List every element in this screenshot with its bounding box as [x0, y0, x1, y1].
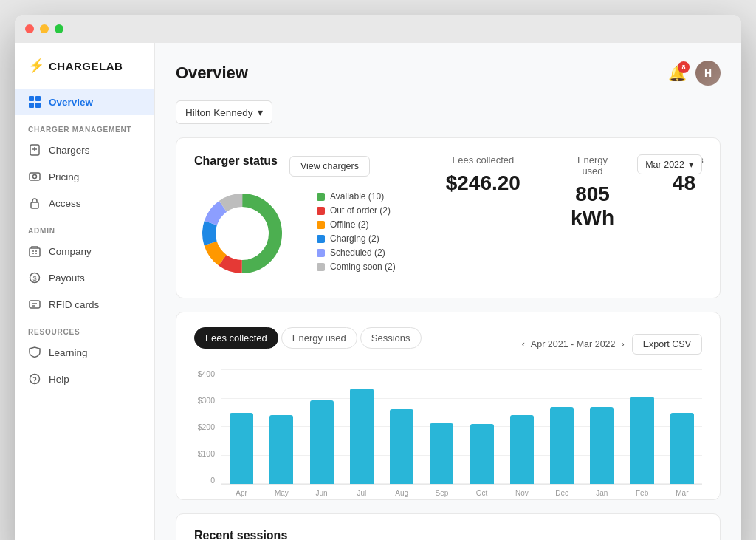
bar-label: Apr [236, 489, 247, 497]
chart-header: Fees collected Energy used Sessions ‹ Ap… [194, 327, 702, 360]
learning-icon [28, 346, 41, 359]
bar [390, 409, 413, 484]
export-csv-button[interactable]: Export CSV [632, 334, 702, 355]
date-range-label: Apr 2021 - Mar 2022 [531, 339, 616, 349]
comingsoon-color [317, 263, 325, 271]
main-content: Overview 🔔 8 H Hilton Kennedy ▾ [155, 43, 741, 540]
notification-button[interactable]: 🔔 8 [668, 64, 687, 82]
available-color [317, 193, 325, 201]
tab-fees-collected[interactable]: Fees collected [194, 327, 278, 349]
sidebar-item-learning[interactable]: Learning [15, 339, 154, 366]
stat-fees: Fees collected $246.20 [446, 154, 520, 195]
bar-group: Apr [221, 369, 261, 484]
y-300: $300 [194, 396, 215, 405]
charger-management-label: CHARGER MANAGEMENT [15, 115, 154, 137]
bar-label: Jan [596, 489, 608, 497]
y-100: $100 [194, 449, 215, 458]
minimize-dot[interactable] [40, 24, 49, 33]
sidebar-item-pricing[interactable]: Pricing [15, 163, 154, 190]
charger-date-filter-label: Mar 2022 [645, 160, 684, 170]
svg-point-20 [30, 375, 40, 384]
app-container: ⚡ CHARGELAB Overview CHARGER MANAGEMENT [15, 43, 741, 540]
bar-label: Aug [395, 489, 408, 497]
legend-item-scheduled: Scheduled (2) [317, 247, 396, 258]
sidebar-item-payouts[interactable]: $ Payouts [15, 264, 154, 291]
bar-label: Feb [636, 489, 648, 497]
charger-date-filter[interactable]: Mar 2022 ▾ [637, 154, 702, 174]
bar [670, 413, 694, 484]
maximize-dot[interactable] [55, 24, 63, 33]
company-label: Company [49, 246, 92, 257]
bar [630, 397, 654, 484]
bar-label: Jul [357, 489, 366, 497]
legend-available-label: Available (10) [330, 191, 384, 202]
sidebar-item-rfid[interactable]: RFID cards [15, 291, 154, 318]
bar-group: Feb [622, 369, 662, 484]
company-icon [28, 245, 41, 258]
tab-sessions[interactable]: Sessions [360, 327, 422, 349]
legend-item-outoforder: Out of order (2) [317, 205, 396, 216]
sidebar-item-chargers[interactable]: Chargers [15, 137, 154, 163]
svg-rect-9 [31, 202, 38, 208]
bar-label: Jun [316, 489, 328, 497]
bar [590, 407, 614, 484]
bar [310, 400, 334, 484]
svg-point-28 [218, 209, 267, 258]
y-200: $200 [194, 423, 215, 431]
chart-card: Fees collected Energy used Sessions ‹ Ap… [176, 312, 721, 500]
avatar[interactable]: H [695, 61, 721, 86]
bar-group: Oct [462, 369, 502, 484]
charger-status-header: Charger status View chargers [194, 154, 396, 178]
svg-rect-17 [30, 301, 40, 308]
tab-energy-used[interactable]: Energy used [281, 327, 357, 349]
energy-value: 805 kWh [571, 182, 614, 230]
charger-status-card: Charger status View chargers [176, 137, 721, 298]
stat-energy: Energy used 805 kWh [571, 154, 614, 230]
bar-group: May [261, 369, 301, 484]
chargers-icon [28, 143, 41, 157]
bar-label: May [275, 489, 289, 497]
bar-label: Oct [476, 489, 488, 497]
legend-scheduled-label: Scheduled (2) [330, 247, 385, 258]
sidebar-item-access[interactable]: Access [15, 190, 154, 216]
view-chargers-button[interactable]: View chargers [289, 156, 370, 177]
svg-rect-2 [29, 103, 34, 108]
svg-point-8 [33, 175, 37, 179]
payouts-label: Payouts [49, 273, 85, 284]
energy-label: Energy used [571, 154, 614, 177]
titlebar [15, 15, 741, 43]
donut-chart [194, 185, 290, 281]
fees-label: Fees collected [452, 154, 514, 165]
bar-group: Mar [662, 369, 702, 484]
page-title: Overview [176, 64, 248, 83]
prev-period-icon[interactable]: ‹ [522, 339, 525, 349]
help-label: Help [49, 374, 69, 385]
location-selector[interactable]: Hilton Kennedy ▾ [176, 100, 272, 124]
rfid-icon [28, 298, 41, 311]
sidebar-item-overview[interactable]: Overview [15, 89, 154, 115]
rfid-label: RFID cards [49, 299, 99, 310]
bar [470, 424, 494, 484]
legend-charging-label: Charging (2) [330, 233, 379, 244]
bar [269, 415, 293, 484]
top-bar: Overview 🔔 8 H [176, 61, 721, 86]
bar [550, 407, 574, 484]
sidebar-item-help[interactable]: Help [15, 366, 154, 392]
recent-sessions-card: Recent sessions Charger ▾ 📅 Last week Ex… [176, 513, 721, 540]
pricing-icon [28, 170, 41, 183]
resources-label: RESOURCES [15, 318, 154, 339]
bar-label: Sep [435, 489, 448, 497]
close-dot[interactable] [25, 24, 34, 33]
legend-item-available: Available (10) [317, 191, 396, 202]
charger-status-left: Charger status View chargers [194, 154, 396, 281]
y-400: $400 [194, 369, 215, 378]
sidebar-item-company[interactable]: Company [15, 238, 154, 264]
fees-value: $246.20 [446, 171, 520, 195]
svg-rect-1 [35, 96, 41, 101]
next-period-icon[interactable]: › [622, 339, 625, 349]
charger-date-chevron: ▾ [689, 159, 694, 170]
legend-comingsoon-label: Coming soon (2) [330, 262, 396, 272]
bar-group: Aug [382, 369, 422, 484]
app-window: ⚡ CHARGELAB Overview CHARGER MANAGEMENT [15, 15, 741, 540]
logo-icon: ⚡ [28, 58, 44, 74]
